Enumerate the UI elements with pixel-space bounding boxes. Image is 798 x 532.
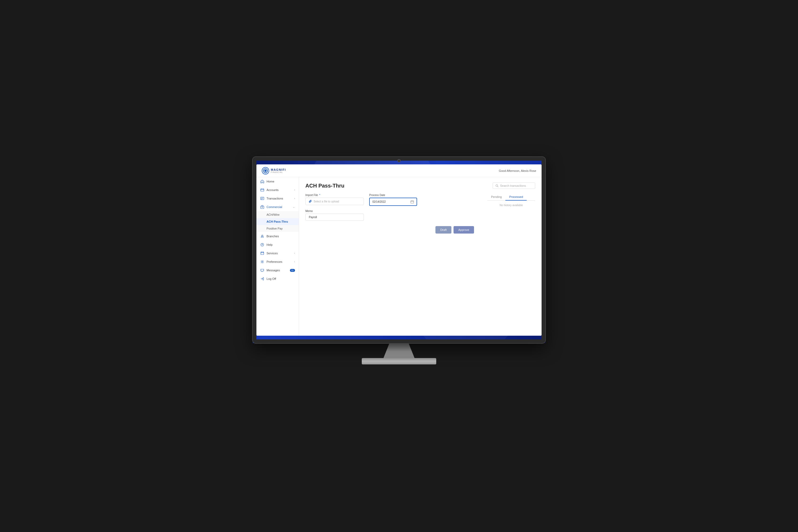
svg-point-7 (262, 235, 263, 236)
draft-button[interactable]: Draft (435, 226, 451, 233)
monitor-base (362, 358, 436, 364)
sidebar-item-ach-pass-thru[interactable]: ACH Pass-Thru (256, 218, 299, 225)
sidebar-item-accounts[interactable]: Accounts › (256, 186, 299, 194)
content-area: ACH Pass-Thru Search transactions (299, 177, 542, 336)
svg-rect-10 (261, 252, 264, 254)
form-row-2: Memo (305, 210, 479, 221)
accounts-chevron: › (294, 189, 295, 191)
memo-input[interactable] (305, 214, 364, 221)
monitor-stand (383, 343, 415, 359)
messages-icon (260, 268, 264, 272)
sidebar-item-help[interactable]: Help (256, 241, 299, 249)
import-file-input[interactable]: Select a file to upload (305, 198, 364, 205)
sidebar-item-preferences[interactable]: Preferences › (256, 258, 299, 266)
preferences-chevron: › (294, 261, 295, 263)
logo-area: MAGNIFI FINANCIAL (262, 167, 286, 174)
logo-svg (263, 168, 268, 173)
sidebar-item-transactions-label: Transactions (267, 197, 292, 200)
sidebar-item-branches-label: Branches (267, 234, 295, 238)
page-title: ACH Pass-Thru (305, 183, 344, 189)
services-icon (260, 251, 264, 255)
import-file-placeholder: Select a file to upload (314, 200, 339, 203)
memo-field: Memo (305, 210, 364, 221)
commercial-sub-menu: ACH/Wire ACH Pass-Thru Positive Pay (256, 211, 299, 232)
search-box[interactable]: Search transactions (493, 183, 535, 189)
search-icon (496, 184, 498, 187)
required-marker: * (318, 194, 320, 196)
sidebar-item-services-label: Services (267, 252, 292, 255)
sidebar-item-messages[interactable]: Messages 01 (256, 266, 299, 274)
sidebar-item-commercial-label: Commercial (267, 205, 291, 209)
branches-icon (260, 234, 264, 238)
sidebar-item-logoff[interactable]: Log Off (256, 274, 299, 283)
sidebar-item-messages-label: Messages (267, 269, 287, 272)
sidebar-item-home-label: Home (267, 180, 295, 183)
sidebar-item-branches[interactable]: Branches (256, 232, 299, 241)
main-layout: Home Accounts › Transactions › (256, 177, 542, 336)
form-row-1: Import File * Select a file to upload (305, 194, 479, 206)
tab-pending[interactable]: Pending (487, 194, 506, 201)
form-section: Import File * Select a file to upload (305, 194, 479, 233)
tabs-panel: Pending Processed No history available (487, 194, 535, 207)
no-history-text: No history available (487, 204, 535, 207)
services-chevron: › (294, 252, 295, 254)
sidebar-item-home[interactable]: Home (256, 177, 299, 186)
sidebar-item-preferences-label: Preferences (267, 260, 292, 263)
calendar-icon[interactable] (411, 200, 414, 204)
svg-point-11 (262, 261, 263, 262)
sidebar-item-services[interactable]: Services › (256, 249, 299, 258)
sidebar-item-logoff-label: Log Off (267, 277, 295, 280)
logo-icon (262, 167, 269, 174)
svg-rect-6 (262, 207, 263, 208)
transactions-chevron: › (294, 197, 295, 200)
commercial-chevron: ⌄ (293, 206, 295, 208)
form-tabs-section: Import File * Select a file to upload (305, 194, 535, 233)
accounts-icon (260, 188, 264, 192)
content-header: ACH Pass-Thru Search transactions (305, 183, 535, 189)
process-date-value: 02/14/2022 (373, 200, 386, 203)
commercial-icon (260, 205, 264, 209)
search-placeholder: Search transactions (500, 184, 526, 187)
sidebar-item-accounts-label: Accounts (267, 188, 292, 191)
svg-point-1 (264, 170, 267, 172)
process-date-input[interactable]: 02/14/2022 (369, 198, 417, 206)
logo-text: MAGNIFI FINANCIAL (271, 168, 286, 173)
preferences-icon (260, 260, 264, 264)
svg-rect-3 (261, 189, 264, 191)
help-icon (260, 243, 264, 247)
memo-label: Memo (305, 210, 364, 212)
approve-button[interactable]: Approve (454, 226, 474, 233)
top-bar: MAGNIFI FINANCIAL Good Afternoon, Alexis… (256, 165, 542, 177)
tabs-header: Pending Processed (487, 194, 535, 201)
transactions-icon (260, 196, 264, 201)
monitor-camera (397, 159, 401, 162)
import-file-label: Import File * (305, 194, 364, 196)
paperclip-icon (309, 200, 312, 203)
action-buttons: Draft Approve (305, 226, 479, 233)
home-icon (260, 179, 264, 184)
logoff-icon (260, 277, 264, 281)
messages-badge: 01 (290, 269, 295, 272)
process-date-label: Process Date (369, 194, 417, 196)
sidebar-item-ach-wire[interactable]: ACH/Wire (256, 211, 299, 218)
svg-point-0 (263, 169, 268, 173)
svg-point-2 (265, 170, 266, 171)
svg-point-12 (496, 185, 498, 187)
sidebar-item-commercial[interactable]: Commercial ⌄ (256, 203, 299, 211)
sidebar-item-help-label: Help (267, 243, 295, 246)
logo-sub: FINANCIAL (271, 171, 286, 173)
svg-rect-13 (411, 201, 414, 204)
process-date-field: Process Date 02/14/2022 (369, 194, 417, 206)
tab-processed[interactable]: Processed (506, 194, 527, 201)
app-window: MAGNIFI FINANCIAL Good Afternoon, Alexis… (256, 165, 542, 336)
svg-point-9 (262, 245, 262, 246)
greeting-text: Good Afternoon, Alexis Rose (499, 169, 536, 172)
import-file-field: Import File * Select a file to upload (305, 194, 364, 205)
sidebar-item-positive-pay[interactable]: Positive Pay (256, 225, 299, 232)
sidebar-item-transactions[interactable]: Transactions › (256, 194, 299, 203)
sidebar: Home Accounts › Transactions › (256, 177, 299, 336)
logo-main: MAGNIFI (271, 168, 286, 171)
